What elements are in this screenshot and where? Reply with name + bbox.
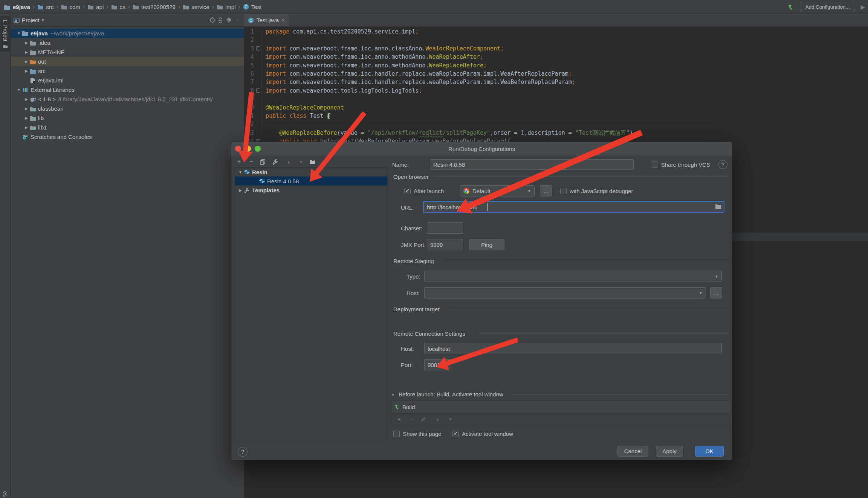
zoom-window-icon[interactable] — [255, 146, 261, 152]
run-icon[interactable]: ▶ — [860, 4, 865, 11]
project-panel-title[interactable]: Project — [22, 17, 40, 23]
tree-right-arrow-icon[interactable]: ▶ — [23, 116, 29, 120]
code-area[interactable]: 1package com.api.cs.test20200529.service… — [244, 27, 868, 145]
tree-right-arrow-icon[interactable]: ▶ — [237, 188, 243, 192]
jmx-port-field[interactable] — [427, 239, 463, 250]
activate-tool-window-checkbox[interactable] — [452, 431, 459, 437]
cancel-button[interactable]: Cancel — [617, 446, 648, 457]
dialog-titlebar[interactable]: Run/Debug Configurations — [231, 142, 732, 156]
project-tool-button[interactable]: 1: Project — [0, 16, 10, 52]
move-task-up-icon[interactable]: ▲ — [434, 417, 442, 421]
code-token: , — [490, 129, 494, 136]
staging-type-select[interactable]: ▼ — [424, 271, 722, 282]
code-line[interactable]: 3import com.weaverboot.frame.ioc.anno.cl… — [244, 44, 868, 53]
hide-panel-icon[interactable]: − — [233, 16, 241, 24]
fold-marker-icon[interactable] — [255, 44, 262, 53]
project-tree-row[interactable]: ▶src — [11, 66, 244, 76]
remove-task-icon[interactable]: − — [408, 416, 416, 423]
name-field[interactable] — [430, 159, 634, 170]
project-tree-row[interactable]: Scratches and Consoles — [11, 132, 244, 142]
share-vcs-checkbox[interactable] — [652, 161, 658, 168]
configuration-tree-row[interactable]: ▶Templates — [235, 186, 387, 195]
build-hammer-icon[interactable] — [786, 3, 795, 11]
tree-item-label: META-INF — [38, 49, 64, 55]
tab-test-java[interactable]: C Test.java × — [244, 14, 289, 26]
tree-right-arrow-icon[interactable]: ▶ — [23, 69, 29, 73]
before-launch-task-build[interactable]: Build — [391, 401, 730, 413]
tree-right-arrow-icon[interactable]: ▶ — [23, 50, 29, 54]
code-line[interactable]: 5import com.weaverboot.frame.ioc.anno.me… — [244, 61, 868, 70]
tree-down-arrow-icon[interactable]: ▼ — [16, 88, 22, 92]
browse-folder-icon[interactable] — [715, 204, 721, 209]
browser-more-button[interactable]: ... — [540, 185, 552, 196]
gear-icon[interactable] — [225, 16, 233, 24]
code-line[interactable]: 11public class Test { — [244, 112, 868, 120]
before-launch-collapse-icon[interactable]: ▼ — [391, 393, 395, 397]
project-tree-row[interactable]: ▶lib — [11, 113, 244, 123]
project-tree-row[interactable]: ▼External Libraries — [11, 85, 244, 94]
tree-right-arrow-icon[interactable]: ▶ — [23, 41, 29, 45]
code-line[interactable]: 12 — [244, 120, 868, 128]
staging-host-more-button[interactable]: ... — [710, 287, 722, 298]
ok-button[interactable]: OK — [695, 446, 724, 457]
move-down-icon[interactable]: ▼ — [297, 160, 305, 164]
project-tree-row[interactable]: ▶.idea — [11, 38, 244, 47]
project-tree-row[interactable]: ▶META-INF — [11, 47, 244, 57]
after-launch-checkbox[interactable] — [404, 188, 411, 194]
code-line[interactable]: 8import com.weaverboot.tools.logTools.Lo… — [244, 87, 868, 95]
breadcrumb-item[interactable]: com — [61, 4, 80, 10]
breadcrumb-item[interactable]: src — [37, 4, 53, 10]
js-debugger-label: with JavaScript debugger — [570, 188, 633, 194]
edit-task-icon[interactable] — [421, 417, 429, 422]
project-tree-row[interactable]: ▼e9java~/work/project/e9java — [11, 29, 244, 38]
code-line[interactable]: 9 — [244, 95, 868, 103]
apply-button[interactable]: Apply — [656, 446, 683, 457]
code-line[interactable]: 4import com.weaverboot.frame.ioc.anno.me… — [244, 53, 868, 61]
breadcrumb-item[interactable]: api — [87, 4, 104, 10]
project-tree-row[interactable]: ▶< 1.8 >/Library/Java/JavaVirtualMachine… — [11, 94, 244, 104]
locate-icon[interactable] — [208, 16, 216, 24]
chevron-right-icon: › — [56, 3, 58, 10]
edit-defaults-icon[interactable] — [272, 159, 280, 165]
breadcrumb-item[interactable]: cs — [111, 4, 125, 10]
staging-host-select[interactable]: ▼ — [424, 287, 706, 298]
move-up-icon[interactable]: ▲ — [285, 160, 293, 164]
tree-right-arrow-icon[interactable]: ▶ — [23, 125, 29, 129]
code-line[interactable]: 7import com.weaverboot.frame.ioc.handler… — [244, 78, 868, 86]
favorites-tool-button[interactable]: es — [0, 491, 10, 497]
chevron-down-icon[interactable]: ▼ — [41, 18, 45, 22]
tree-down-arrow-icon[interactable]: ▼ — [16, 31, 22, 35]
tree-down-arrow-icon[interactable]: ▼ — [237, 170, 243, 174]
collapse-all-icon[interactable] — [216, 16, 225, 24]
copy-configuration-icon[interactable] — [260, 159, 268, 165]
close-icon[interactable]: × — [281, 17, 285, 23]
code-line[interactable]: 10@WeaIocReplaceComponent — [244, 104, 868, 112]
line-number: 3 — [244, 44, 254, 53]
tree-right-arrow-icon[interactable]: ▶ — [23, 97, 29, 101]
add-task-icon[interactable]: + — [395, 416, 403, 423]
ping-button[interactable]: Ping — [469, 239, 504, 250]
project-tree-row[interactable]: ▶lib1 — [11, 123, 244, 132]
js-debugger-checkbox[interactable] — [560, 188, 567, 194]
code-line[interactable]: 6import com.weaverboot.frame.ioc.handler… — [244, 70, 868, 78]
code-line[interactable]: 2 — [244, 36, 868, 44]
project-tree-row[interactable]: ▶out — [11, 57, 244, 66]
breadcrumb-item[interactable]: impl — [217, 4, 236, 10]
charset-field[interactable] — [427, 222, 463, 234]
breadcrumb-item[interactable]: CTest — [243, 4, 262, 10]
chevron-right-icon: › — [33, 3, 35, 10]
breadcrumb-item[interactable]: e9java — [4, 4, 30, 10]
project-tree-row[interactable]: ▶classbean — [11, 104, 244, 113]
move-task-down-icon[interactable]: ▼ — [446, 417, 454, 421]
dialog-help-button[interactable]: ? — [238, 447, 248, 457]
show-this-page-checkbox[interactable] — [393, 431, 400, 437]
breadcrumb-item[interactable]: service — [183, 4, 209, 10]
add-configuration-button[interactable]: Add Configuration... — [800, 3, 856, 11]
tree-right-arrow-icon[interactable]: ▶ — [23, 59, 29, 64]
tree-right-arrow-icon[interactable]: ▶ — [23, 107, 29, 111]
code-line[interactable]: 1package com.api.cs.test20200529.service… — [244, 27, 868, 36]
before-launch-header[interactable]: Before launch: Build, Activate tool wind… — [399, 391, 503, 397]
share-vcs-help-icon[interactable]: ? — [718, 160, 727, 169]
project-tree-row[interactable]: e9java.iml — [11, 76, 244, 85]
breadcrumb-item[interactable]: test20200529 — [133, 4, 176, 10]
